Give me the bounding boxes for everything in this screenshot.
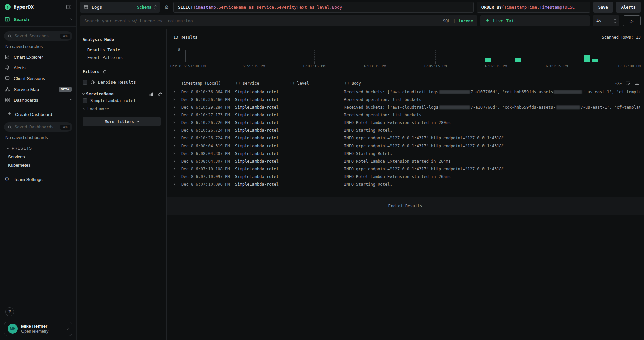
chevron-right-icon [172,183,175,185]
saved-dashboards-input[interactable] [15,125,58,129]
load-more-button[interactable]: Load more [83,105,162,111]
bar-chart-icon[interactable] [149,92,154,96]
more-filters-button[interactable]: More filters [83,117,161,126]
column-header-label: service [243,81,259,86]
column-header-level[interactable]: ⋮⋮level [289,81,344,86]
row-expander[interactable] [169,99,178,100]
row-expander[interactable] [169,122,178,123]
analysis-mode-results-table[interactable]: Results Table [83,46,162,54]
histogram-bar[interactable] [592,59,598,62]
chevron-up-icon[interactable] [70,99,72,101]
cell-body: INFO Rotel Lambda Extension started in 2… [344,120,640,125]
saved-searches-input[interactable] [15,34,58,38]
help-button[interactable]: ? [5,307,14,316]
chevron-right-icon [172,106,175,108]
lucene-toggle[interactable]: Lucene [459,19,473,23]
cell-body: Received buckets: ['aws-cloudtrail-logs7… [344,90,640,94]
filter-group-header[interactable]: ServiceName [83,91,162,96]
source-select[interactable]: Logs Schema [80,2,160,13]
table-row[interactable]: Dec 8 6:10:36.466 PMSimpleLambda-rotelRe… [167,96,644,103]
sql-toggle[interactable]: SQL [443,19,450,23]
events-histogram[interactable]: 8 Dec 8 5:57:00 PM5:59:15 PM6:01:15 PM6:… [169,45,641,69]
preset-item-services[interactable]: Services [0,153,76,161]
x-axis-tick-label: 6:01:15 PM [303,64,325,68]
denoise-results-row[interactable]: Denoise Results [83,78,162,87]
histogram-bar[interactable] [485,58,491,62]
table-row[interactable]: Dec 8 6:10:29.284 PMSimpleLambda-rotelRe… [167,103,644,111]
refresh-icon[interactable] [103,70,107,74]
table-row[interactable]: Dec 8 6:10:36.864 PMSimpleLambda-rotelRe… [167,88,644,96]
histogram-bar[interactable] [515,58,521,62]
table-row[interactable]: Dec 8 6:07:10.096 PMSimpleLambda-rotelIN… [167,180,644,188]
presets-toggle[interactable]: PRESETS [0,143,76,153]
drag-handle-icon[interactable]: ⋮⋮ [344,82,349,86]
table-row[interactable]: Dec 8 6:10:27.173 PMSimpleLambda-rotelRe… [167,111,644,119]
row-expander[interactable] [169,176,178,177]
chevron-up-icon[interactable] [70,18,72,20]
table-row[interactable]: Dec 8 6:10:26.726 PMSimpleLambda-rotelIN… [167,119,644,126]
saved-searches-search[interactable]: ⌘K [4,31,72,41]
table-row[interactable]: Dec 8 6:10:26.724 PMSimpleLambda-rotelIN… [167,134,644,142]
table-row[interactable]: Dec 8 6:08:04.319 PMSimpleLambda-rotelIN… [167,142,644,150]
pin-icon[interactable] [157,92,162,96]
refresh-interval-select[interactable]: 4s [593,15,619,26]
sidebar-item-team-settings[interactable]: ⚙ Team Settings [0,174,76,185]
play-button[interactable]: ▷ [623,15,641,26]
create-dashboard-button[interactable]: Create Dashboard [0,109,76,120]
sidebar-item-search[interactable]: Search [0,14,76,25]
user-menu[interactable]: MH Mike Heffner OpenTelemetry [4,322,72,336]
cell-timestamp: Dec 8 6:07:10.097 PM [181,174,235,179]
order-by-input[interactable]: ORDER BY (TimestampTime, Timestamp) DESC [477,2,590,13]
denoise-checkbox[interactable] [83,80,87,85]
analysis-mode-event-patterns[interactable]: Event Patterns [83,54,162,61]
chart-tickmark [186,62,186,64]
alerts-button[interactable]: Alerts [616,2,641,13]
filter-option-checkbox[interactable] [83,98,87,103]
live-tail-label: Live Tail [493,18,516,23]
column-header-timestamp-local-[interactable]: Timestamp (Local) [181,81,235,86]
language-toggle[interactable]: SQL | Lucene [443,19,473,23]
sidebar-item-client-sessions[interactable]: Client Sessions [0,73,76,84]
sidebar-item-dashboards[interactable]: Dashboards [0,95,76,105]
download-icon[interactable] [635,81,639,87]
filter-option-simplelambda-rotel[interactable]: SimpleLambda-rotel [83,96,162,105]
event-search-input[interactable] [84,18,440,23]
row-expander[interactable] [169,91,178,93]
row-separator [178,174,178,179]
table-row[interactable]: Dec 8 6:10:26.724 PMSimpleLambda-rotelIN… [167,126,644,134]
beta-badge: BETA [59,87,72,92]
wrap-lines-icon[interactable] [626,81,630,87]
row-expander[interactable] [169,106,178,108]
saved-dashboards-search[interactable]: ⌘K [4,122,72,132]
row-expander[interactable] [169,129,178,131]
table-row[interactable]: Dec 8 6:07:10.108 PMSimpleLambda-rotelIN… [167,165,644,173]
save-button[interactable]: Save [593,2,613,13]
table-row[interactable]: Dec 8 6:07:10.097 PMSimpleLambda-rotelIN… [167,173,644,180]
row-expander[interactable] [169,145,178,147]
histogram-bar[interactable] [584,55,590,62]
body-text: 7-us-east-1', 'cf-templat… [581,105,640,110]
row-expander[interactable] [169,160,178,162]
sidebar-item-alerts[interactable]: Alerts [0,62,76,73]
view-source-icon[interactable]: </> [615,81,621,86]
preset-item-kubernetes[interactable]: Kubernetes [0,161,76,169]
drag-handle-icon[interactable]: ⋮⋮ [289,82,295,86]
event-search[interactable]: SQL | Lucene [80,15,477,26]
row-expander[interactable] [169,153,178,154]
select-query-input[interactable]: SELECT Timestamp, ServiceName as service… [173,2,474,13]
drag-handle-icon[interactable]: ⋮⋮ [235,82,240,86]
sidebar-item-service-map[interactable]: Service MapBETA [0,84,76,95]
row-expander[interactable] [169,183,178,185]
column-header-body[interactable]: ⋮⋮Body</> [344,81,640,87]
row-expander[interactable] [169,114,178,116]
live-tail-button[interactable]: Live Tail [480,15,590,26]
sidebar-item-chart-explorer[interactable]: Chart Explorer [0,52,76,62]
table-row[interactable]: Dec 8 6:08:04.307 PMSimpleLambda-rotelIN… [167,150,644,157]
row-expander[interactable] [169,137,178,139]
query-segment: ServiceName as service, [218,5,276,10]
source-settings-gear-icon[interactable]: ⚙ [163,2,170,13]
column-header-service[interactable]: ⋮⋮service [235,81,289,86]
row-expander[interactable] [169,168,178,170]
table-row[interactable]: Dec 8 6:08:04.307 PMSimpleLambda-rotelIN… [167,157,644,165]
sidebar-collapse-icon[interactable] [66,4,72,10]
